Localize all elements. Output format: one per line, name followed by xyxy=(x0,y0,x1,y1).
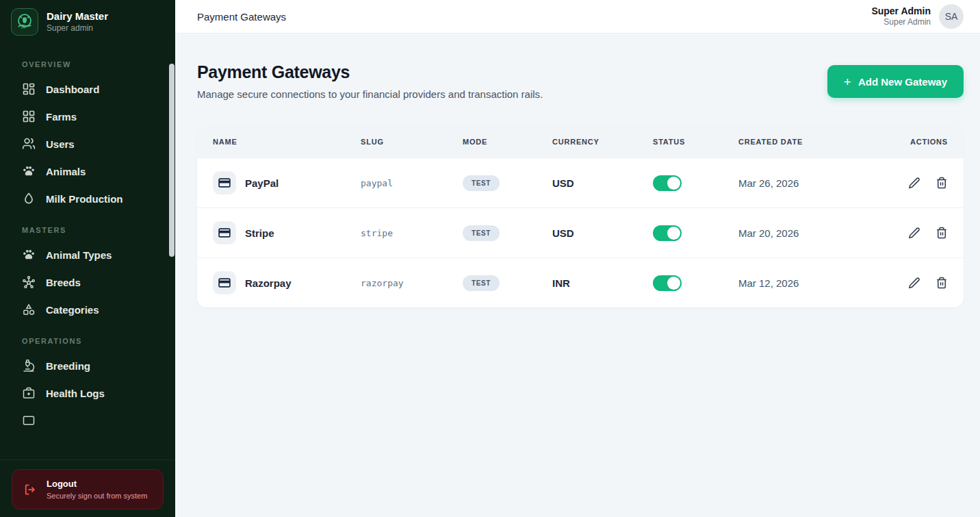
column-header-status: STATUS xyxy=(653,138,738,146)
credit-card-icon xyxy=(213,171,236,194)
nav-section-masters: MASTERS xyxy=(0,226,175,234)
sidebar-scrollbar[interactable] xyxy=(169,64,175,257)
cow-logo-icon xyxy=(14,12,35,32)
gateway-mode-cell: TEST xyxy=(463,275,552,291)
nav-section-operations: OPERATIONS xyxy=(0,337,175,345)
sidebar-item-animals[interactable]: Animals xyxy=(0,157,175,185)
trash-icon xyxy=(936,277,948,289)
column-header-name: NAME xyxy=(213,138,361,146)
sidebar-item-label: Categories xyxy=(46,304,99,316)
page-content: Payment Gateways Manage secure connectio… xyxy=(175,34,980,517)
trash-icon xyxy=(936,227,948,239)
gateway-name: Stripe xyxy=(245,227,274,239)
user-meta: Super Admin Super Admin xyxy=(871,5,931,27)
gateway-actions-cell xyxy=(885,177,948,189)
column-header-actions: ACTIONS xyxy=(885,138,948,146)
farms-grid-icon xyxy=(22,110,36,123)
sidebar-footer: Logout Securely sign out from system xyxy=(0,459,175,517)
users-icon xyxy=(22,137,36,151)
edit-button[interactable] xyxy=(908,277,920,289)
main-area: Payment Gateways Super Admin Super Admin… xyxy=(175,0,980,517)
credit-card-icon xyxy=(213,271,236,294)
gateway-mode-cell: TEST xyxy=(463,225,552,241)
gateway-created-date: Mar 26, 2026 xyxy=(738,177,885,189)
toggle-knob xyxy=(667,177,680,190)
gateway-name-cell: Stripe xyxy=(213,221,361,244)
page-subtitle: Manage secure connections to your financ… xyxy=(197,88,543,100)
topbar: Payment Gateways Super Admin Super Admin… xyxy=(175,0,980,34)
page-head: Payment Gateways Manage secure connectio… xyxy=(197,62,964,100)
gateway-status-cell xyxy=(653,175,738,191)
pencil-icon xyxy=(908,227,920,239)
gateway-mode-cell: TEST xyxy=(463,175,552,191)
topbar-title: Payment Gateways xyxy=(197,11,286,23)
gateway-name: PayPal xyxy=(245,177,279,189)
topbar-user[interactable]: Super Admin Super Admin SA xyxy=(871,4,964,29)
add-new-gateway-button[interactable]: + Add New Gateway xyxy=(827,65,964,98)
table-row: PayPal paypal TEST USD Mar 26, 2026 xyxy=(197,157,964,207)
sidebar-item-health-logs[interactable]: Health Logs xyxy=(0,379,175,407)
sidebar-item-animal-types[interactable]: Animal Types xyxy=(0,241,175,268)
trash-icon xyxy=(936,177,948,189)
sidebar-item-label: Animals xyxy=(46,166,86,177)
shapes-icon xyxy=(22,303,36,316)
page-head-text: Payment Gateways Manage secure connectio… xyxy=(197,62,543,100)
sidebar-item-partial[interactable] xyxy=(0,407,175,434)
brand: Dairy Master Super admin xyxy=(0,0,175,42)
sidebar-item-milk-production[interactable]: Milk Production xyxy=(0,185,175,212)
gateways-table-card: NAME SLUG MODE CURRENCY STATUS CREATED D… xyxy=(197,126,964,307)
column-header-created-date: CREATED DATE xyxy=(738,138,885,146)
gateway-status-cell xyxy=(653,225,738,241)
gateway-currency: INR xyxy=(552,277,653,289)
sidebar-item-label: Dashboard xyxy=(46,84,99,95)
sidebar-item-label: Users xyxy=(46,138,75,150)
gateway-slug: razorpay xyxy=(361,278,463,288)
status-toggle[interactable] xyxy=(653,175,682,191)
plus-icon: + xyxy=(844,75,851,88)
edit-button[interactable] xyxy=(908,227,920,239)
brand-text: Dairy Master Super admin xyxy=(47,10,108,34)
avatar[interactable]: SA xyxy=(939,4,964,29)
status-toggle[interactable] xyxy=(653,225,682,241)
gateway-slug: stripe xyxy=(361,228,463,238)
pencil-icon xyxy=(908,277,920,289)
nav-section-overview: OVERVIEW xyxy=(0,60,175,68)
sidebar-item-categories[interactable]: Categories xyxy=(0,296,175,323)
droplet-icon xyxy=(22,192,36,205)
medical-kit-icon xyxy=(22,386,36,400)
gateway-actions-cell xyxy=(885,227,948,239)
delete-button[interactable] xyxy=(936,277,948,289)
sidebar-item-breeds[interactable]: Breeds xyxy=(0,268,175,296)
logout-icon xyxy=(23,483,37,496)
delete-button[interactable] xyxy=(936,227,948,239)
sidebar-item-label: Health Logs xyxy=(46,388,105,399)
logout-label: Logout xyxy=(47,479,147,489)
microscope-icon xyxy=(22,359,36,373)
table-header-row: NAME SLUG MODE CURRENCY STATUS CREATED D… xyxy=(197,126,964,157)
sidebar-item-breeding[interactable]: Breeding xyxy=(0,352,175,379)
edit-button[interactable] xyxy=(908,177,920,189)
app-name: Dairy Master xyxy=(47,10,108,23)
add-new-gateway-label: Add New Gateway xyxy=(858,76,947,88)
sidebar-item-dashboard[interactable]: Dashboard xyxy=(0,75,175,103)
sidebar-item-users[interactable]: Users xyxy=(0,130,175,157)
sidebar-item-label: Farms xyxy=(46,111,77,123)
sidebar-item-farms[interactable]: Farms xyxy=(0,103,175,130)
gateway-slug: paypal xyxy=(361,178,463,188)
status-toggle[interactable] xyxy=(653,275,682,291)
gateway-created-date: Mar 12, 2026 xyxy=(738,277,885,289)
table-row: Stripe stripe TEST USD Mar 20, 2026 xyxy=(197,207,964,257)
column-header-slug: SLUG xyxy=(361,138,463,146)
delete-button[interactable] xyxy=(936,177,948,189)
sidebar-item-label: Breeding xyxy=(46,360,90,372)
gateway-status-cell xyxy=(653,275,738,291)
gateway-currency: USD xyxy=(552,227,653,239)
user-role: Super Admin xyxy=(871,17,931,28)
page-title: Payment Gateways xyxy=(197,62,543,82)
mode-badge: TEST xyxy=(463,275,500,291)
toggle-knob xyxy=(667,227,680,240)
sidebar-item-label: Animal Types xyxy=(46,249,112,261)
logout-button[interactable]: Logout Securely sign out from system xyxy=(12,469,164,509)
logout-description: Securely sign out from system xyxy=(47,492,147,500)
gateway-name-cell: Razorpay xyxy=(213,271,361,294)
